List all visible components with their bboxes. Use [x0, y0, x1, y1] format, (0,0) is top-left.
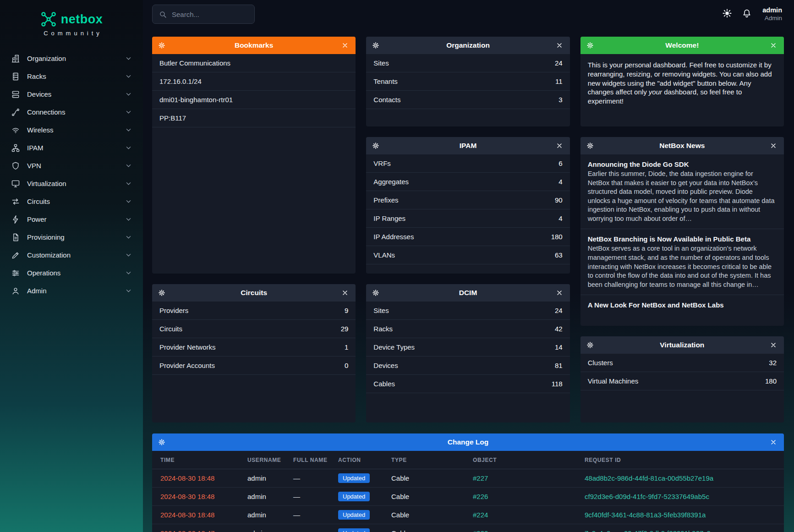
widget-close-button[interactable] [554, 287, 566, 299]
widget-close-button[interactable] [340, 287, 351, 299]
stat-label-link[interactable]: Provider Networks [159, 343, 216, 351]
changelog-object-link[interactable]: #223 [473, 529, 585, 532]
stat-row: Sites 24 [366, 302, 569, 320]
chevron-down-icon [125, 73, 132, 80]
welcome-widget-header: Welcome! [580, 37, 784, 54]
stat-value: 9 [345, 307, 348, 314]
widget-config-button[interactable] [156, 287, 168, 299]
stat-label-link[interactable]: Virtual Machines [588, 377, 639, 385]
changelog-fullname: — [293, 493, 338, 500]
notifications-button[interactable] [741, 8, 753, 20]
logo-block[interactable]: netbox Community [0, 6, 143, 47]
sidebar-item-connections[interactable]: Connections [0, 103, 143, 121]
dashboard-column-3: Welcome! This is your personal dashboard… [580, 37, 784, 422]
logo-text: netbox [61, 12, 103, 27]
stat-label-link[interactable]: Sites [373, 307, 389, 314]
widget-close-button[interactable] [768, 140, 780, 152]
stat-label-link[interactable]: Circuits [159, 325, 182, 333]
sidebar-item-devices[interactable]: Devices [0, 85, 143, 103]
changelog-time-link[interactable]: 2024-08-30 18:48 [160, 493, 247, 500]
sidebar-item-wireless[interactable]: Wireless [0, 121, 143, 139]
widget-close-button[interactable] [554, 39, 566, 51]
stat-label-link[interactable]: Device Types [373, 343, 415, 351]
sidebar-item-virtualization[interactable]: Virtualization [0, 175, 143, 192]
sidebar-item-vpn[interactable]: VPN [0, 157, 143, 175]
widget-close-button[interactable] [340, 39, 351, 51]
sidebar-item-operations[interactable]: Operations [0, 264, 143, 282]
changelog-object-link[interactable]: #224 [473, 511, 585, 519]
news-article-link[interactable]: Announcing the Diode Go SDK [588, 160, 777, 168]
stat-value: 29 [341, 325, 349, 333]
changelog-request-link[interactable]: cf92d3e6-d09d-41fc-9fd7-52337649ab5c [585, 493, 776, 500]
news-article-link[interactable]: NetBox Branching is Now Available in Pub… [588, 235, 777, 243]
widget-close-button[interactable] [768, 339, 780, 351]
changelog-object-link[interactable]: #227 [473, 474, 585, 482]
widget-close-button[interactable] [768, 436, 780, 448]
changelog-username: admin [247, 474, 293, 482]
widget-config-button[interactable] [370, 287, 382, 299]
changelog-rows: 2024-08-30 18:48 admin — Updated Cable #… [152, 469, 784, 532]
widget-close-button[interactable] [554, 140, 566, 152]
chevron-down-icon [125, 162, 132, 169]
changelog-time-link[interactable]: 2024-08-30 18:48 [160, 511, 247, 519]
stat-label-link[interactable]: Devices [373, 362, 398, 369]
widget-config-button[interactable] [156, 39, 168, 51]
stat-label-link[interactable]: Provider Accounts [159, 362, 215, 369]
stat-label-link[interactable]: Clusters [588, 359, 613, 367]
bookmark-item[interactable]: dmi01-binghamton-rtr01 [152, 91, 356, 109]
stat-value: 24 [555, 307, 563, 314]
search-input[interactable] [172, 11, 248, 18]
changelog-time-link[interactable]: 2024-08-30 18:47 [160, 529, 247, 532]
sidebar-item-organization[interactable]: Organization [0, 49, 143, 67]
sidebar-item-ipam[interactable]: IPAM [0, 139, 143, 157]
changelog-time-link[interactable]: 2024-08-30 18:48 [160, 474, 247, 482]
stat-label-link[interactable]: VLANs [373, 251, 395, 259]
theme-toggle-button[interactable] [721, 8, 733, 20]
sidebar-item-customization[interactable]: Customization [0, 246, 143, 264]
organization-widget-header: Organization [366, 37, 569, 54]
changelog-request-link[interactable]: 48ad8b2c-986d-44fd-81ca-00d55b27e19a [585, 474, 776, 482]
sidebar-item-provisioning[interactable]: Provisioning [0, 228, 143, 246]
dashboard: Bookmarks Butler Communications 172.16.0… [143, 28, 794, 532]
stat-label-link[interactable]: VRFs [373, 159, 391, 167]
bookmark-item[interactable]: 172.16.0.1/24 [152, 72, 356, 91]
changelog-request-link[interactable]: 7c3c4e9c-aa09-47f2-8db3-f88301b907c9 [585, 529, 776, 532]
changelog-object-link[interactable]: #226 [473, 493, 585, 500]
widget-config-button[interactable] [585, 39, 597, 51]
user-menu[interactable]: admin Admin [762, 6, 782, 22]
stat-label-link[interactable]: Aggregates [373, 178, 409, 186]
logo-subtitle: Community [0, 30, 143, 37]
app-window: netbox Community Organization Racks Devi… [0, 0, 794, 532]
bookmark-item[interactable]: Butler Communications [152, 54, 356, 72]
widget-config-button[interactable] [370, 39, 382, 51]
chevron-down-icon [125, 287, 132, 294]
stat-label-link[interactable]: Tenants [373, 77, 398, 85]
widget-config-button[interactable] [585, 140, 597, 152]
widget-config-button[interactable] [585, 339, 597, 351]
stat-label-link[interactable]: Providers [159, 307, 188, 314]
stat-label-link[interactable]: Racks [373, 325, 393, 333]
stat-label-link[interactable]: IP Ranges [373, 214, 405, 222]
stat-label-link[interactable]: Sites [373, 59, 389, 67]
widget-title: Virtualization [597, 341, 768, 349]
sidebar-item-circuits[interactable]: Circuits [0, 192, 143, 210]
widget-close-button[interactable] [768, 39, 780, 51]
sidebar-item-racks[interactable]: Racks [0, 67, 143, 85]
bookmark-item[interactable]: PP:B117 [152, 109, 356, 127]
search-box[interactable] [152, 5, 255, 24]
stat-row: Aggregates 4 [366, 173, 569, 191]
sidebar-item-power[interactable]: Power [0, 210, 143, 228]
changelog-request-link[interactable]: 9cf40fdf-3461-4c88-81a3-5feb39f8391a [585, 511, 776, 519]
news-article-link[interactable]: A New Look For NetBox and NetBox Labs [588, 301, 777, 309]
sidebar-item-admin[interactable]: Admin [0, 282, 143, 300]
stat-label-link[interactable]: IP Addresses [373, 233, 414, 241]
widget-config-button[interactable] [156, 436, 168, 448]
widget-config-button[interactable] [370, 140, 382, 152]
stat-label-link[interactable]: Prefixes [373, 196, 398, 204]
stat-row: Device Types 14 [366, 338, 569, 356]
welcome-text: This is your personal dashboard. Feel fr… [580, 54, 784, 112]
changelog-header-row: TIMEUSERNAMEFULL NAMEACTIONTYPEOBJECTREQ… [152, 451, 784, 469]
stat-label-link[interactable]: Contacts [373, 96, 400, 104]
bookmarks-widget-header: Bookmarks [152, 37, 356, 54]
stat-label-link[interactable]: Cables [373, 380, 395, 388]
